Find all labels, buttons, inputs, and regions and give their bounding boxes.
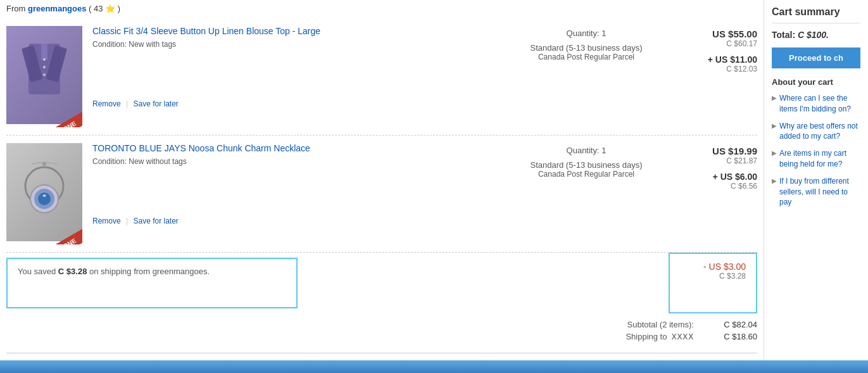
faq-arrow-2: ▶ [772,149,777,156]
svg-point-6 [43,73,46,76]
faq-item-1[interactable]: ▶ Why are best offers not added to my ca… [772,121,860,142]
blouse-svg [19,41,70,110]
remove-link-2[interactable]: Remove [92,217,121,225]
svg-rect-3 [41,44,47,60]
item-title-2[interactable]: TORONTO BLUE JAYS Noosa Chunk Charm Neck… [92,143,517,153]
cart-item-2: LAST ONE TORONTO BLUE JAYS Noosa Chunk C… [6,136,757,253]
seller-rating: ( 43 ⭐ ) [89,4,120,13]
shipping-to-label: Shipping to [626,332,667,341]
faq-text-2: Are items in my cart being held for me? [779,148,860,170]
shipping-row: Shipping to XXXX C $18.60 [6,332,757,341]
faq-arrow-0: ▶ [772,94,777,101]
item-image-wrap-2: LAST ONE [6,143,82,244]
ship-usd-2: + US $6.00 [656,172,757,182]
item-image-2 [6,143,82,241]
save-link-2[interactable]: Save for later [134,217,179,225]
svg-point-10 [42,162,46,166]
cart-sidebar: Cart summary Total: C $100. Proceed to c… [764,0,868,373]
about-cart-title: About your cart [772,77,860,87]
seller-link[interactable]: greenmangoes [28,4,86,13]
item-title-1[interactable]: Classic Fit 3/4 Sleeve Button Up Linen B… [92,26,517,36]
savings-box: You saved C $3.28 on shipping from green… [6,258,298,308]
save-link-1[interactable]: Save for later [134,99,179,108]
rating-count: 43 [94,4,103,13]
ship-method-1: Standard (5-13 business days) [517,43,656,53]
savings-prefix: You saved [18,267,58,276]
price-usd-2: US $19.99 [656,146,757,156]
sidebar-total: Total: C $100. [772,30,860,40]
item-shipping-1: Quantity: 1 Standard (5-13 business days… [517,26,656,61]
faq-item-3[interactable]: ▶ If I buy from different sellers, will … [772,176,860,208]
sidebar-total-value: C $100. [798,30,829,40]
subtotal-row: Subtotal (2 items): C $82.04 [6,320,757,329]
discount-usd: - US $3.00 [680,262,746,272]
faq-text-0: Where can I see the items I'm bidding on… [779,93,860,115]
divider-2: | [126,217,128,225]
savings-spacer [298,253,669,313]
discount-cad: C $3.28 [680,272,746,281]
svg-point-5 [43,66,46,68]
remove-link-1[interactable]: Remove [92,99,121,108]
sidebar-total-label: Total: [772,30,795,40]
faq-item-2[interactable]: ▶ Are items in my cart being held for me… [772,148,860,170]
subtotal-label: Subtotal (2 items): [627,320,695,329]
shipping-value: C $18.60 [707,332,757,341]
svg-point-4 [43,58,46,61]
taskbar [0,360,868,373]
price-cad-1: C $60.17 [656,39,757,48]
sidebar-total-amount: C $100. [798,30,829,40]
ship-carrier-2: Canada Post Regular Parcel [517,170,656,179]
ship-cad-1: C $12.03 [656,65,757,73]
seller-row: From greenmangoes ( 43 ⭐ ) [6,0,757,18]
ship-method-2: Standard (5-13 business days) [517,160,656,170]
item-price-1: US $55.00 C $60.17 + US $11.00 C $12.03 [656,26,757,73]
price-usd-1: US $55.00 [656,28,757,39]
item-details-1: Classic Fit 3/4 Sleeve Button Up Linen B… [92,26,517,108]
savings-amount-text: C $3.28 [58,267,87,276]
item-actions-2: Remove | Save for later [92,217,517,225]
qty-1: Quantity: 1 [517,28,656,38]
star-icon: ⭐ [105,4,115,13]
faq-arrow-3: ▶ [772,177,777,184]
subtotal-value: C $82.04 [707,320,757,329]
item-shipping-2: Quantity: 1 Standard (5-13 business days… [517,143,656,179]
item-condition-1: Condition: New with tags [92,40,517,49]
qty-2: Quantity: 1 [517,146,656,155]
item-actions-1: Remove | Save for later [92,99,517,108]
divider-1: | [126,99,128,108]
destination-xxxx: XXXX [672,332,694,341]
ship-usd-1: + US $11.00 [656,54,757,65]
item-image-1 [6,26,82,124]
item-image-wrap-1: LAST ONE [6,26,82,127]
necklace-svg [16,158,73,227]
savings-section: You saved C $3.28 on shipping from green… [6,253,757,313]
savings-discount-box: - US $3.00 C $3.28 [669,253,757,313]
faq-arrow-1: ▶ [772,122,777,129]
ship-cad-2: C $6.56 [656,182,757,191]
sidebar-title: Cart summary [772,6,860,23]
savings-suffix: on shipping from greenmangoes. [87,267,210,276]
faq-text-3: If I buy from different sellers, will I … [779,176,860,208]
price-cad-2: C $21.87 [656,156,757,165]
item-details-2: TORONTO BLUE JAYS Noosa Chunk Charm Neck… [92,143,517,225]
faq-text-1: Why are best offers not added to my cart… [779,121,860,142]
cart-item-1: LAST ONE Classic Fit 3/4 Sleeve Button U… [6,18,757,136]
ship-carrier-1: Canada Post Regular Parcel [517,53,656,61]
subtotal-section: Subtotal (2 items): C $82.04 Shipping to… [6,313,757,350]
item-price-2: US $19.99 C $21.87 + US $6.00 C $6.56 [656,143,757,191]
proceed-button[interactable]: Proceed to ch [772,47,860,68]
item-condition-2: Condition: New without tags [92,157,517,166]
shipping-label: Shipping to XXXX [626,332,694,341]
total-divider [6,353,757,353]
faq-item-0[interactable]: ▶ Where can I see the items I'm bidding … [772,93,860,115]
